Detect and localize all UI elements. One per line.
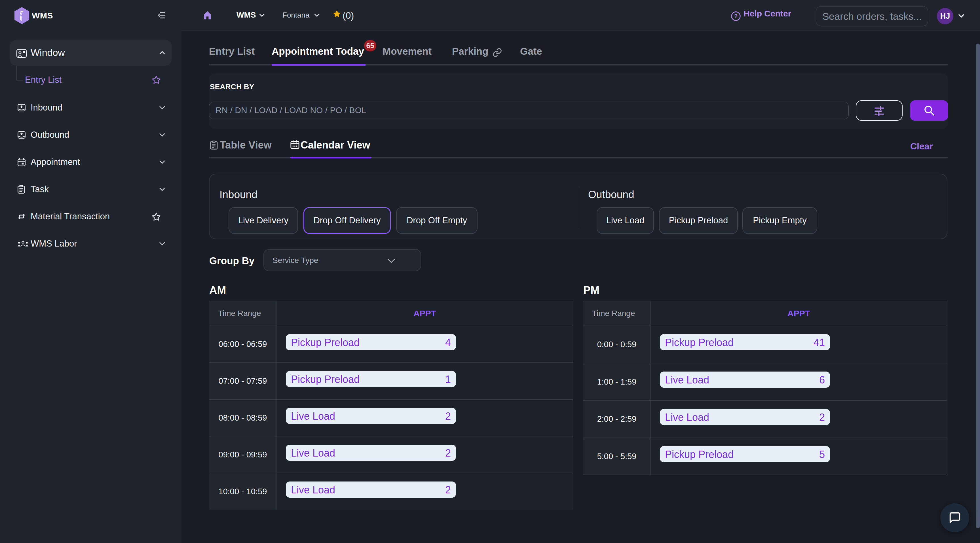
svg-text:?: ? [734,13,738,19]
